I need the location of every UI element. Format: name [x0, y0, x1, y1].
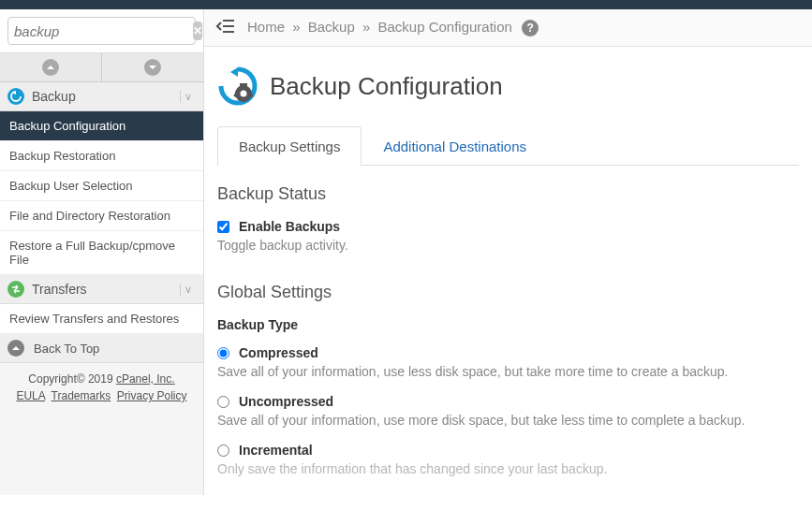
- chevron-down-icon: ∨: [180, 284, 196, 296]
- enable-backups-row: Enable Backups: [217, 219, 799, 234]
- sidebar-item-backup-user-selection[interactable]: Backup User Selection: [0, 171, 203, 201]
- search-box: ✕: [7, 17, 196, 45]
- backup-page-icon: [217, 66, 258, 107]
- backup-type-heading: Backup Type: [217, 317, 799, 332]
- arrow-up-icon: [42, 59, 59, 76]
- breadcrumb-separator: »: [362, 19, 370, 35]
- arrow-up-icon: [7, 340, 24, 357]
- footer: Copyright© 2019 cPanel, Inc. EULA Tradem…: [0, 363, 203, 412]
- nav-arrows: [0, 53, 203, 82]
- page-title: Backup Configuration: [270, 72, 503, 101]
- backup-type-uncompressed-radio[interactable]: [217, 396, 229, 408]
- sidebar-item-review-transfers[interactable]: Review Transfers and Restores: [0, 304, 203, 334]
- backup-type-compressed-radio[interactable]: [217, 347, 229, 359]
- page-header: Backup Configuration: [217, 66, 799, 107]
- clear-search-icon[interactable]: ✕: [193, 22, 202, 40]
- breadcrumb-bar: Home » Backup » Backup Configuration ?: [204, 9, 812, 47]
- sidebar: ✕ Backup ∨ Backup Configuration Backup: [0, 9, 204, 495]
- backup-status-heading: Backup Status: [217, 184, 799, 204]
- sidebar-section-transfers[interactable]: Transfers ∨: [0, 275, 203, 304]
- top-bar: [0, 0, 812, 9]
- backup-type-uncompressed-row: Uncompressed: [217, 394, 799, 409]
- backup-type-incremental-label: Incremental: [239, 443, 313, 458]
- backup-type-incremental-desc: Only save the information that has chang…: [217, 461, 799, 476]
- eula-link[interactable]: EULA: [16, 389, 45, 402]
- sidebar-item-restore-full-backup[interactable]: Restore a Full Backup/cpmove File: [0, 231, 203, 275]
- breadcrumb: Home » Backup » Backup Configuration ?: [247, 19, 539, 36]
- help-icon[interactable]: ?: [522, 20, 539, 36]
- expand-down-button[interactable]: [102, 53, 203, 81]
- tab-additional-destinations[interactable]: Additional Destinations: [362, 126, 548, 166]
- backup-section-icon: [7, 88, 24, 105]
- trademarks-link[interactable]: Trademarks: [52, 389, 111, 402]
- arrow-down-icon: [144, 59, 161, 76]
- search-input[interactable]: [14, 23, 193, 39]
- svg-point-1: [241, 91, 247, 97]
- sidebar-item-backup-configuration[interactable]: Backup Configuration: [0, 111, 203, 141]
- enable-backups-checkbox[interactable]: [217, 221, 229, 233]
- global-settings-heading: Global Settings: [217, 283, 799, 302]
- menu-toggle-icon[interactable]: [215, 19, 234, 36]
- enable-backups-help: Toggle backup activity.: [217, 238, 799, 253]
- main-content: Home » Backup » Backup Configuration ?: [204, 9, 812, 495]
- transfers-section-icon: [7, 281, 24, 298]
- svg-rect-2: [240, 83, 247, 87]
- backup-type-uncompressed-desc: Save all of your information, use more d…: [217, 413, 799, 428]
- backup-type-compressed-label: Compressed: [239, 345, 318, 360]
- breadcrumb-section[interactable]: Backup: [308, 19, 355, 35]
- backup-type-incremental-row: Incremental: [217, 443, 799, 458]
- company-link[interactable]: cPanel, Inc.: [116, 372, 175, 386]
- copyright-text: Copyright© 2019: [28, 372, 116, 386]
- back-to-top-label: Back To Top: [34, 342, 99, 356]
- backup-type-compressed-desc: Save all of your information, use less d…: [217, 364, 799, 379]
- search-wrap: ✕: [0, 9, 203, 53]
- breadcrumb-home[interactable]: Home: [247, 19, 285, 35]
- privacy-link[interactable]: Privacy Policy: [117, 389, 187, 402]
- sidebar-item-file-directory-restoration[interactable]: File and Directory Restoration: [0, 201, 203, 231]
- breadcrumb-separator: »: [292, 19, 300, 35]
- chevron-down-icon: ∨: [180, 91, 196, 103]
- breadcrumb-page: Backup Configuration: [377, 19, 511, 35]
- sidebar-section-backup[interactable]: Backup ∨: [0, 82, 203, 111]
- backup-type-compressed-row: Compressed: [217, 345, 799, 360]
- backup-type-incremental-radio[interactable]: [217, 444, 229, 457]
- backup-type-uncompressed-label: Uncompressed: [239, 394, 333, 409]
- tabs: Backup Settings Additional Destinations: [217, 125, 799, 166]
- sidebar-section-label: Transfers: [32, 282, 180, 297]
- back-to-top-button[interactable]: Back To Top: [0, 334, 203, 363]
- collapse-up-button[interactable]: [0, 53, 102, 81]
- sidebar-item-backup-restoration[interactable]: Backup Restoration: [0, 141, 203, 171]
- sidebar-section-label: Backup: [32, 89, 180, 104]
- tab-backup-settings[interactable]: Backup Settings: [217, 126, 362, 166]
- enable-backups-label: Enable Backups: [239, 219, 340, 234]
